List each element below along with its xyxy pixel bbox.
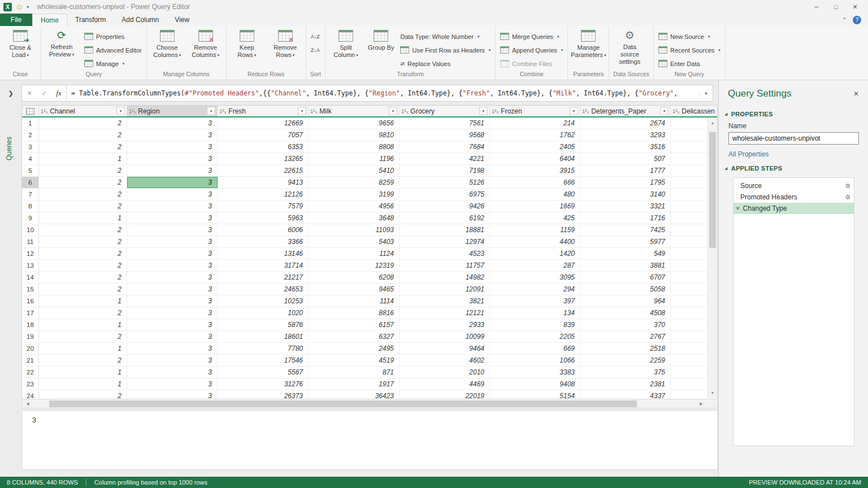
grid-cell[interactable]: 8816 bbox=[309, 307, 400, 319]
grid-cell[interactable]: 1124 bbox=[309, 248, 400, 259]
row-number[interactable]: 4 bbox=[22, 153, 39, 164]
grid-cell[interactable]: 3 bbox=[127, 236, 218, 247]
grid-cell[interactable]: 2 bbox=[39, 260, 127, 271]
group-by-button[interactable]: Group By bbox=[366, 28, 396, 51]
grid-cell[interactable]: 3 bbox=[127, 224, 218, 236]
column-header-milk[interactable]: 1²₃Milk▾ bbox=[309, 106, 400, 116]
grid-cell[interactable]: 6975 bbox=[400, 189, 490, 200]
grid-cell[interactable]: 9810 bbox=[309, 129, 400, 141]
column-header-grocery[interactable]: 1²₃Grocery▾ bbox=[400, 106, 490, 116]
grid-cell[interactable]: 669 bbox=[490, 343, 580, 354]
grid-cell[interactable]: 375 bbox=[580, 367, 671, 378]
grid-cell[interactable]: 11093 bbox=[309, 224, 400, 236]
close-and-load-button[interactable]: Close & Load▾ bbox=[2, 28, 39, 59]
step-settings-icon[interactable]: ⚙ bbox=[845, 182, 850, 190]
grid-cell[interactable]: 2 bbox=[39, 307, 127, 319]
grid-cell[interactable]: 2 bbox=[39, 355, 127, 366]
grid-cell[interactable]: 10099 bbox=[400, 331, 490, 342]
query-name-input[interactable] bbox=[728, 132, 859, 145]
tab-file[interactable]: File bbox=[0, 14, 32, 26]
grid-cell[interactable]: 31276 bbox=[218, 378, 309, 390]
minimize-button[interactable]: ─ bbox=[807, 0, 826, 14]
row-number[interactable]: 3 bbox=[22, 141, 39, 152]
tab-home[interactable]: Home bbox=[32, 14, 67, 26]
grid-cell[interactable]: 1 bbox=[39, 378, 127, 390]
grid-cell[interactable]: 3 bbox=[127, 284, 218, 295]
grid-cell[interactable]: 2381 bbox=[580, 378, 671, 390]
grid-cell[interactable]: 18881 bbox=[400, 224, 490, 236]
grid-cell[interactable]: 3 bbox=[127, 260, 218, 271]
grid-cell[interactable]: 5403 bbox=[309, 236, 400, 247]
grid-cell[interactable]: 3 bbox=[127, 201, 218, 212]
grid-cell[interactable]: 134 bbox=[490, 307, 580, 319]
collapse-ribbon-icon[interactable]: ⌃ bbox=[842, 16, 847, 24]
grid-cell[interactable]: 1 bbox=[39, 343, 127, 354]
grid-cell[interactable]: 2259 bbox=[580, 355, 671, 366]
grid-cell[interactable]: 3 bbox=[127, 165, 218, 176]
append-queries-button[interactable]: Append Queries▾ bbox=[497, 44, 566, 56]
grid-cell[interactable]: 3140 bbox=[580, 189, 671, 200]
replace-values-button[interactable]: ⇄ Replace Values bbox=[397, 58, 493, 69]
grid-cell[interactable]: 2205 bbox=[490, 331, 580, 342]
grid-cell[interactable]: 3 bbox=[127, 248, 218, 259]
grid-cell[interactable]: 3 bbox=[127, 177, 218, 188]
grid-cell[interactable]: 507 bbox=[580, 153, 671, 164]
row-number[interactable]: 15 bbox=[22, 284, 39, 295]
column-header-region[interactable]: 1²₃Region▾ bbox=[127, 106, 218, 116]
grid-cell[interactable]: 2 bbox=[39, 117, 127, 129]
grid-cell[interactable]: 5567 bbox=[218, 367, 309, 378]
close-window-button[interactable]: ✕ bbox=[845, 0, 865, 14]
row-number[interactable]: 9 bbox=[22, 212, 39, 224]
properties-section-header[interactable]: ◢ PROPERTIES bbox=[719, 105, 868, 121]
manage-parameters-button[interactable]: Manage Parameters▾ bbox=[570, 28, 607, 59]
row-number[interactable]: 10 bbox=[22, 224, 39, 236]
applied-step[interactable]: Source⚙ bbox=[734, 180, 854, 191]
row-number[interactable]: 5 bbox=[22, 165, 39, 176]
grid-cell[interactable]: 397 bbox=[490, 295, 580, 307]
grid-cell[interactable]: 480 bbox=[490, 189, 580, 200]
grid-cell[interactable]: 3881 bbox=[580, 260, 671, 271]
row-number[interactable]: 21 bbox=[22, 355, 39, 366]
grid-cell[interactable]: 287 bbox=[490, 260, 580, 271]
grid-cell[interactable]: 1 bbox=[39, 295, 127, 307]
expand-queries-button[interactable]: ❯ bbox=[6, 88, 16, 98]
scroll-right-icon[interactable]: ▶ bbox=[697, 399, 706, 408]
grid-cell[interactable]: 4337 bbox=[580, 390, 671, 398]
commit-formula-icon[interactable]: ✓ bbox=[37, 90, 51, 97]
close-panel-icon[interactable]: ✕ bbox=[853, 90, 859, 98]
column-header-detergents_paper[interactable]: 1²₃Detergents_Paper▾ bbox=[580, 106, 671, 116]
maximize-button[interactable]: □ bbox=[826, 0, 845, 14]
remove-rows-button[interactable]: Remove Rows▾ bbox=[267, 28, 304, 59]
grid-cell[interactable]: 6327 bbox=[309, 331, 400, 342]
grid-cell[interactable]: 3293 bbox=[580, 129, 671, 141]
grid-cell[interactable]: 2 bbox=[39, 201, 127, 212]
status-profiling[interactable]: Column profiling based on top 1000 rows bbox=[94, 479, 207, 486]
manage-button[interactable]: Manage▾ bbox=[81, 58, 145, 69]
grid-cell[interactable]: 1020 bbox=[218, 307, 309, 319]
grid-cell[interactable]: 13146 bbox=[218, 248, 309, 259]
grid-cell[interactable]: 17546 bbox=[218, 355, 309, 366]
grid-cell[interactable]: 2 bbox=[39, 129, 127, 141]
grid-cell[interactable]: 214 bbox=[490, 117, 580, 129]
row-number[interactable]: 11 bbox=[22, 236, 39, 247]
scroll-left-icon[interactable]: ◀ bbox=[23, 399, 32, 408]
grid-cell[interactable]: 6208 bbox=[309, 272, 400, 283]
grid-cell[interactable]: 7425 bbox=[580, 224, 671, 236]
refresh-preview-button[interactable]: ⟳ Refresh Preview▾ bbox=[43, 28, 80, 58]
step-settings-icon[interactable]: ⚙ bbox=[845, 194, 850, 201]
grid-cell[interactable]: 6353 bbox=[218, 141, 309, 152]
grid-cell[interactable]: 4221 bbox=[400, 153, 490, 164]
grid-cell[interactable]: 3 bbox=[127, 378, 218, 390]
grid-cell[interactable]: 6192 bbox=[400, 212, 490, 224]
grid-cell[interactable]: 666 bbox=[490, 177, 580, 188]
enter-data-button[interactable]: Enter Data bbox=[656, 58, 723, 69]
grid-cell[interactable]: 871 bbox=[309, 367, 400, 378]
cancel-formula-icon[interactable]: ✕ bbox=[22, 90, 37, 97]
scroll-up-icon[interactable]: ▲ bbox=[708, 119, 717, 127]
sort-descending-button[interactable]: Z↓A bbox=[308, 44, 323, 56]
choose-columns-button[interactable]: Choose Columns▾ bbox=[149, 28, 186, 59]
tab-add-column[interactable]: Add Column bbox=[114, 14, 167, 26]
grid-cell[interactable]: 3321 bbox=[580, 201, 671, 212]
grid-cell[interactable]: 2674 bbox=[580, 117, 671, 129]
grid-cell[interactable]: 1917 bbox=[309, 378, 400, 390]
